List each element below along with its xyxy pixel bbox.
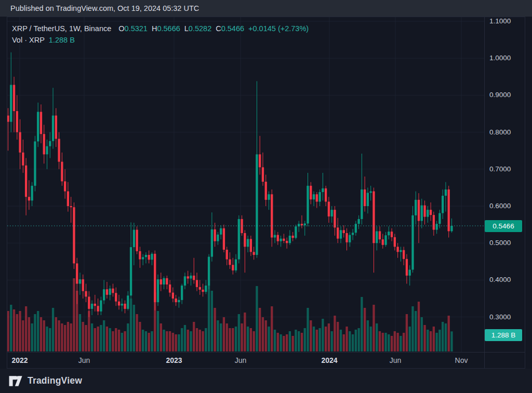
brand-name[interactable]: TradingView (28, 375, 82, 386)
last-price-badge: 0.5466 (485, 220, 522, 232)
publish-text: Published on TradingView.com, Oct 19, 20… (10, 4, 199, 12)
chart-legend: XRP / TetherUS, 1W, Binance O0.5321 H0.5… (12, 23, 309, 46)
grid-lines (7, 17, 484, 352)
legend-volume-row[interactable]: Vol · XRP 1.288 B (12, 34, 309, 46)
ohlc-low: L0.5282 (184, 24, 211, 33)
price-tick-label: 0.3000 (489, 313, 521, 321)
volume-bars (7, 278, 453, 351)
price-tick-label: 1.1000 (489, 17, 521, 25)
time-axis[interactable]: 2022Jun2023Jun2024JunNov (7, 353, 484, 369)
price-tick-label: 0.7000 (489, 165, 521, 173)
price-axis[interactable]: 1.10001.00000.90000.80000.70000.60000.50… (485, 17, 525, 352)
volume-label: Vol · XRP (12, 36, 45, 44)
price-tick-label: 1.0000 (489, 54, 521, 62)
volume-badge: 1.288 B (485, 329, 522, 341)
publish-bar: Published on TradingView.com, Oct 19, 20… (0, 0, 532, 17)
time-tick-label: 2024 (321, 356, 337, 364)
price-tick-label: 0.6000 (489, 202, 521, 210)
tradingview-logo-icon[interactable] (9, 375, 23, 387)
chart-canvas[interactable] (7, 17, 484, 352)
time-tick-label: Jun (390, 356, 402, 364)
chart-area: XRP / TetherUS, 1W, Binance O0.5321 H0.5… (7, 17, 525, 369)
price-tick-label: 0.5000 (489, 239, 521, 247)
time-tick-label: 2023 (166, 356, 182, 364)
volume-value: 1.288 B (49, 36, 75, 44)
change-value: +0.0145 (+2.73%) (248, 24, 309, 33)
symbol-title[interactable]: XRP / TetherUS, 1W, Binance (12, 24, 111, 33)
price-tick-label: 0.4000 (489, 276, 521, 284)
footer-bar: TradingView (0, 369, 532, 393)
ohlc-high: H0.5666 (152, 24, 180, 33)
tradingview-snapshot: Published on TradingView.com, Oct 19, 20… (0, 0, 532, 393)
time-tick-label: Jun (78, 356, 90, 364)
candles (7, 52, 453, 317)
time-tick-label: Jun (235, 356, 247, 364)
price-tick-label: 0.9000 (489, 91, 521, 99)
ohlc-open: O0.5321 (118, 24, 148, 33)
legend-symbol-row[interactable]: XRP / TetherUS, 1W, Binance O0.5321 H0.5… (12, 23, 309, 34)
ohlc-close: C0.5466 (216, 24, 244, 33)
time-tick-label: 2022 (11, 356, 28, 364)
price-tick-label: 0.8000 (489, 128, 521, 137)
time-tick-label: Nov (455, 356, 468, 364)
